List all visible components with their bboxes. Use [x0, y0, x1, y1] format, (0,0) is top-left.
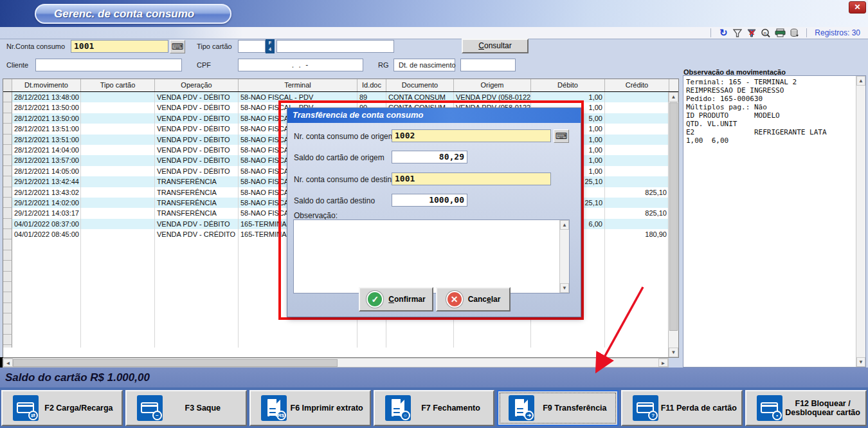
print-icon[interactable] — [773, 28, 787, 38]
cell-dt: 28/12/2021 13:51:00 — [12, 124, 81, 134]
cliente-input[interactable] — [35, 59, 182, 71]
keyboard-icon[interactable]: ⌨ — [170, 40, 185, 53]
cell-op — [155, 313, 239, 324]
row-selector[interactable] — [3, 313, 12, 324]
close-button[interactable]: ✕ — [849, 1, 866, 14]
cell-op: TRANSFERÊNCIA — [155, 176, 239, 187]
nasc-input[interactable] — [460, 59, 516, 71]
row-selector[interactable] — [3, 145, 12, 155]
export-icon[interactable] — [787, 28, 801, 38]
dialog-observation-textarea[interactable]: ▲ ▼ — [293, 219, 570, 293]
cell-op: VENDA PDV - DÉBITO — [155, 135, 239, 145]
row-selector[interactable] — [3, 272, 12, 282]
column-header-op[interactable]: Operação — [155, 79, 239, 91]
row-selector[interactable] — [3, 219, 12, 229]
vertical-scroll-thumb[interactable] — [669, 102, 678, 331]
search-icon[interactable]: n — [759, 28, 773, 38]
cell-tipo — [81, 324, 155, 335]
row-selector[interactable] — [3, 113, 12, 124]
scroll-down-icon[interactable]: ▼ — [856, 357, 865, 367]
toolbar-separator — [806, 28, 807, 37]
f6-action-button[interactable]: R$F6 Imprimir extrato — [249, 390, 371, 426]
row-selector[interactable] — [3, 135, 12, 145]
table-row[interactable]: 28/12/2021 13:48:00VENDA PDV - DÉBITO58-… — [3, 92, 678, 102]
filter-clear-icon[interactable]: ✕ — [745, 28, 759, 38]
f11-action-button[interactable]: ?F11 Perda de cartão — [621, 390, 743, 426]
row-selector[interactable] — [3, 92, 12, 102]
nr-conta-input[interactable]: 1001 — [71, 40, 168, 53]
row-selector[interactable] — [3, 345, 12, 348]
column-header-orig[interactable]: Origem — [454, 79, 531, 91]
destino-input[interactable]: 1001 — [392, 172, 551, 185]
cell-op: VENDA PDV - DÉBITO — [155, 113, 239, 124]
tipo-cartao-code-input[interactable] — [238, 40, 266, 53]
record-count: Registros: 30 — [815, 28, 860, 37]
cell-tipo — [81, 219, 155, 229]
cell-cred — [605, 303, 669, 313]
money-withdraw-icon: − — [137, 395, 163, 421]
keyboard-icon[interactable]: ⌨ — [554, 129, 569, 143]
consultar-button[interactable]: Consultar — [462, 39, 529, 53]
scroll-right-icon[interactable]: ► — [658, 358, 668, 367]
cell-op: VENDA PDV - DÉBITO — [155, 145, 239, 155]
window-title: Gerenc. de conta consumo — [54, 8, 194, 21]
column-header-term[interactable]: Terminal — [239, 79, 357, 91]
horizontal-scroll-thumb[interactable] — [13, 359, 338, 367]
row-selector[interactable] — [3, 198, 12, 208]
table-header-row: Dt.movimentoTipo cartãoOperaçãoTerminalI… — [3, 79, 678, 92]
row-selector[interactable] — [3, 239, 12, 250]
row-selector[interactable] — [3, 335, 12, 345]
row-selector[interactable] — [3, 102, 12, 113]
row-selector[interactable] — [3, 250, 12, 261]
origem-input[interactable]: 1002 — [392, 129, 551, 142]
filter-icon[interactable] — [730, 28, 745, 38]
cell-op: VENDA PDV - DÉBITO — [155, 124, 239, 134]
cpf-input[interactable]: . . - — [238, 59, 363, 71]
observation-scrollbar[interactable]: ▲ ▼ — [856, 76, 865, 367]
row-selector[interactable] — [3, 124, 12, 134]
cancelar-button[interactable]: ✕Cancelar — [436, 287, 511, 312]
row-selector[interactable] — [3, 176, 12, 187]
tipo-cartao-desc-input[interactable] — [276, 40, 394, 53]
saldo-origem-label: Saldo do cartão de origem — [294, 153, 384, 162]
scroll-left-icon[interactable]: ◄ — [3, 358, 13, 367]
column-header-deb[interactable]: Débito — [531, 79, 605, 91]
cell-id: 89 — [357, 92, 386, 102]
cell-op: TRANSFERÊNCIA — [155, 208, 239, 218]
f3-action-button[interactable]: −F3 Saque — [125, 390, 247, 426]
row-selector[interactable] — [3, 166, 12, 176]
column-header-tipo[interactable]: Tipo cartão — [81, 79, 155, 91]
cell-tipo — [81, 272, 155, 282]
f12-action-button[interactable]: •F12 Bloquear / Desbloquear cartão — [745, 390, 867, 426]
f7-action-button[interactable]: ○F7 Fechamento — [374, 390, 495, 426]
row-selector[interactable] — [3, 155, 12, 165]
f2-action-button[interactable]: ⇄F2 Carga/Recarga — [1, 390, 123, 426]
column-header-cred[interactable]: Crédito — [605, 79, 669, 91]
table-vertical-scrollbar[interactable]: ▲ ▼ — [668, 92, 678, 357]
scroll-up-icon[interactable]: ▲ — [560, 220, 569, 230]
row-selector[interactable] — [3, 208, 12, 218]
column-header-doc[interactable]: Documento — [386, 79, 454, 91]
row-selector[interactable] — [3, 324, 12, 335]
refresh-icon[interactable]: ↻ — [716, 28, 730, 38]
f9-action-button[interactable]: ➔F9 Transferência — [497, 390, 619, 426]
cell-op: VENDA PDV - CRÉDITO — [155, 229, 239, 239]
row-selector[interactable] — [3, 303, 12, 313]
row-selector[interactable] — [3, 261, 12, 271]
row-selector[interactable] — [3, 292, 12, 302]
scroll-up-icon[interactable]: ▲ — [669, 92, 678, 102]
table-horizontal-scrollbar[interactable]: ◄ ► — [3, 358, 669, 368]
row-selector[interactable] — [3, 187, 12, 198]
cell-cred — [605, 292, 669, 302]
row-selector[interactable] — [3, 282, 12, 292]
card-reload-icon: ⇄ — [13, 395, 39, 421]
scroll-up-icon[interactable]: ▲ — [856, 76, 865, 86]
row-selector[interactable] — [3, 229, 12, 239]
column-header-id[interactable]: Id.doc — [357, 79, 386, 91]
scroll-down-icon[interactable]: ▼ — [560, 283, 569, 293]
textarea-scrollbar[interactable]: ▲ ▼ — [559, 220, 569, 293]
f4-lookup-icon[interactable]: F4 — [266, 39, 275, 53]
scroll-down-icon[interactable]: ▼ — [669, 348, 678, 357]
confirmar-button[interactable]: ✓Confirmar — [359, 287, 433, 312]
column-header-dt[interactable]: Dt.movimento — [12, 79, 81, 91]
